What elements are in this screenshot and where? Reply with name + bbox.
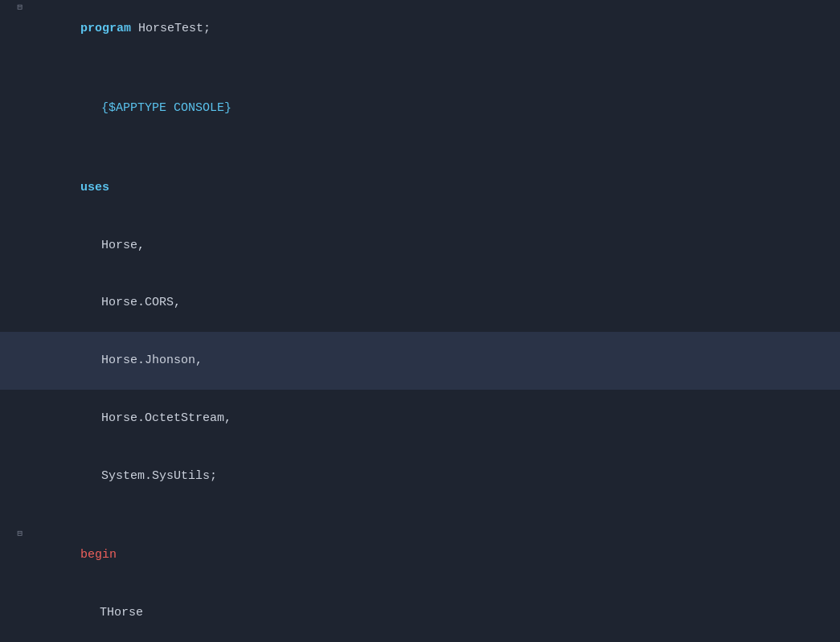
keyword-begin-main: begin — [80, 548, 117, 562]
uses-sysutils: System.SysUtils; — [101, 469, 217, 483]
keyword-uses: uses — [80, 181, 109, 194]
text-horsetest: HorseTest; — [131, 22, 211, 35]
line-content-7: Horse.CORS, — [29, 275, 840, 331]
code-line-12: ⊟ begin — [0, 526, 840, 584]
uses-horse-octetstream: Horse.OctetStream, — [101, 411, 232, 425]
line-content-2 — [29, 59, 840, 77]
code-line-7: Horse.CORS, — [0, 274, 840, 332]
gutter-1: ⊟ — [0, 1, 29, 14]
code-line-2 — [0, 58, 840, 80]
gutter-12: ⊟ — [0, 527, 29, 541]
directive-text: {$APPTYPE CONSOLE} — [101, 101, 232, 115]
line-content-10: System.SysUtils; — [29, 448, 840, 504]
line-content-9: Horse.OctetStream, — [29, 391, 840, 447]
keyword-program: program — [80, 22, 131, 35]
line-content-11 — [29, 505, 840, 524]
thorse-ident: THorse — [100, 603, 143, 622]
line-content-8: Horse.Jhonson, — [29, 333, 840, 389]
uses-horse-jhonson: Horse.Jhonson, — [101, 354, 203, 367]
line-content-13: THorse — [29, 585, 840, 642]
uses-horse-cors: Horse.CORS, — [101, 296, 181, 309]
code-line-4 — [0, 137, 840, 159]
uses-horse: Horse, — [101, 239, 145, 252]
code-line-3: {$APPTYPE CONSOLE} — [0, 80, 840, 137]
code-line-9: Horse.OctetStream, — [0, 390, 840, 448]
code-line-5: uses — [0, 159, 840, 217]
line-content-3: {$APPTYPE CONSOLE} — [29, 80, 840, 137]
code-line-11 — [0, 505, 840, 526]
code-line-8: Horse.Jhonson, — [0, 332, 840, 390]
code-line-10: System.SysUtils; — [0, 447, 840, 505]
line-content-5: uses — [29, 160, 840, 216]
fold-minus-12[interactable]: ⊟ — [17, 527, 23, 541]
fold-minus-1[interactable]: ⊟ — [17, 1, 23, 14]
line-content-6: Horse, — [29, 217, 840, 273]
line-content-12: begin — [29, 527, 840, 583]
code-line-1: ⊟ program HorseTest; — [0, 0, 840, 58]
line-content-4 — [29, 138, 840, 157]
code-line-6: Horse, — [0, 216, 840, 274]
line-content-1: program HorseTest; — [29, 1, 840, 57]
directive-apptype: {$APPTYPE CONSOLE} — [101, 101, 232, 115]
code-editor: ⊟ program HorseTest; {$APPTYPE CONSOLE} … — [0, 0, 840, 642]
code-line-13: THorse — [0, 584, 840, 642]
